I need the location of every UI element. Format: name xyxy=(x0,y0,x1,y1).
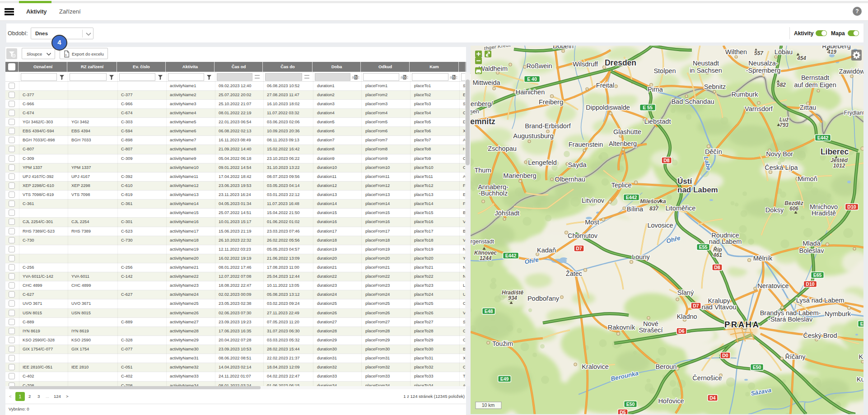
svg-text:Mimoň: Mimoň xyxy=(798,175,817,182)
svg-text:Litoměřice: Litoměřice xyxy=(666,205,696,212)
svg-text:D6: D6 xyxy=(678,328,685,334)
svg-text:Lysá nad Labem: Lysá nad Labem xyxy=(796,297,845,304)
svg-text:Bad Schandau: Bad Schandau xyxy=(671,98,714,105)
svg-text:934: 934 xyxy=(508,295,517,301)
svg-text:D7: D7 xyxy=(576,246,582,251)
svg-text:b: b xyxy=(404,75,406,79)
svg-text:Louny: Louny xyxy=(632,253,650,261)
svg-text:nad Labem: nad Labem xyxy=(677,186,718,194)
svg-text:Kutná: Kutná xyxy=(857,376,863,383)
svg-text:Kralovice: Kralovice xyxy=(582,363,609,370)
svg-text:Augustusburg: Augustusburg xyxy=(513,132,553,140)
svg-text:Freital: Freital xyxy=(596,82,614,89)
svg-text:E 40: E 40 xyxy=(527,76,537,82)
svg-text:PRAHA: PRAHA xyxy=(724,320,760,329)
svg-text:Liberec: Liberec xyxy=(821,147,849,156)
svg-text:Mělník: Mělník xyxy=(753,255,773,262)
svg-text:419: 419 xyxy=(827,49,836,55)
svg-text:Kolín: Kolín xyxy=(859,353,863,360)
svg-text:Nymburk: Nymburk xyxy=(825,310,851,317)
svg-text:Döbeln: Döbeln xyxy=(553,46,574,50)
svg-text:Doksy: Doksy xyxy=(765,206,784,214)
svg-text:c: c xyxy=(456,75,458,79)
svg-text:Neustadt: Neustadt xyxy=(693,60,719,67)
svg-text:Toužim: Toužim xyxy=(492,340,513,347)
svg-text:E 55: E 55 xyxy=(643,105,653,110)
svg-text:Mittweida: Mittweida xyxy=(472,79,500,86)
svg-text:Wilsdruff: Wilsdruff xyxy=(573,61,598,68)
svg-text:Bernstadt: Bernstadt xyxy=(801,74,829,81)
svg-text:Wilthen: Wilthen xyxy=(725,48,747,56)
svg-text:Waldheim: Waldheim xyxy=(479,65,508,72)
svg-text:Litvínov: Litvínov xyxy=(582,197,605,204)
svg-text:E49: E49 xyxy=(500,376,509,382)
svg-text:a: a xyxy=(450,75,452,79)
svg-text:Zawidów: Zawidów xyxy=(839,68,863,75)
svg-text:Strašecí: Strašecí xyxy=(639,326,663,334)
svg-text:Lengefeld: Lengefeld xyxy=(528,159,557,166)
svg-text:Dresden: Dresden xyxy=(605,58,636,67)
svg-text:Frankenberg/: Frankenberg/ xyxy=(471,100,493,107)
svg-text:-Spremberg: -Spremberg xyxy=(746,67,781,74)
svg-text:557: 557 xyxy=(754,50,764,56)
svg-text:Glashütte: Glashütte xyxy=(613,128,641,135)
svg-text:Bílina: Bílina xyxy=(627,205,644,213)
svg-text:Brand-Erbisdorf: Brand-Erbisdorf xyxy=(525,122,571,130)
svg-text:1244: 1244 xyxy=(480,255,492,261)
svg-text:Neratovice: Neratovice xyxy=(757,282,789,289)
svg-text:nad Vltavou: nad Vltavou xyxy=(702,303,737,311)
svg-text:x: x xyxy=(65,53,67,57)
svg-text:E48: E48 xyxy=(860,321,863,326)
svg-text:b: b xyxy=(355,75,357,79)
svg-text:Sebnitz: Sebnitz xyxy=(704,83,726,90)
svg-text:1012: 1012 xyxy=(833,163,845,169)
svg-text:Pirna: Pirna xyxy=(648,86,663,93)
svg-text:D4: D4 xyxy=(709,395,716,401)
svg-text:D8: D8 xyxy=(663,158,670,163)
svg-text:E50: E50 xyxy=(626,401,635,407)
svg-text:Žatec: Žatec xyxy=(566,270,582,277)
svg-text:Chomutov: Chomutov xyxy=(568,232,598,239)
svg-text:Roßwein: Roßwein xyxy=(526,62,552,70)
svg-text:Altenberg: Altenberg xyxy=(609,140,637,147)
svg-text:Most: Most xyxy=(585,219,599,226)
svg-text:D5: D5 xyxy=(620,410,626,414)
svg-text:Podbořany: Podbořany xyxy=(527,295,560,302)
svg-text:Jöhstadt: Jöhstadt xyxy=(495,210,520,217)
svg-text:E442: E442 xyxy=(817,135,829,140)
svg-text:auf dem Eigen: auf dem Eigen xyxy=(794,81,836,89)
svg-text:c: c xyxy=(358,75,360,79)
svg-text:D8: D8 xyxy=(714,265,720,270)
svg-text:Ústí: Ústí xyxy=(677,177,692,186)
svg-text:606: 606 xyxy=(789,205,798,212)
svg-text:582: 582 xyxy=(777,82,786,88)
svg-text:Zschopau: Zschopau xyxy=(488,145,517,152)
svg-text:Česká Lípa: Česká Lípa xyxy=(765,164,798,171)
svg-text:Liebstadt: Liebstadt xyxy=(644,118,671,125)
svg-text:10 km: 10 km xyxy=(482,402,495,408)
svg-text:Slaný: Slaný xyxy=(677,289,694,296)
svg-text:Kadaň: Kadaň xyxy=(537,247,556,254)
svg-text:Frýdlant: Frýdlant xyxy=(844,110,863,116)
svg-text:Freiberg: Freiberg xyxy=(539,98,563,106)
svg-text:793: 793 xyxy=(779,122,789,128)
svg-text:D10: D10 xyxy=(847,204,856,210)
svg-text:461: 461 xyxy=(713,252,722,258)
svg-text:E442: E442 xyxy=(626,195,637,200)
svg-text:D10: D10 xyxy=(806,281,814,287)
svg-text:in Sachsen: in Sachsen xyxy=(690,67,722,74)
svg-text:Černošice: Černošice xyxy=(692,374,722,382)
svg-text:Sayda: Sayda xyxy=(568,161,587,168)
svg-text:Neusalza-: Neusalza- xyxy=(748,60,778,67)
svg-text:-Buchholz: -Buchholz xyxy=(479,190,508,197)
svg-text:Lovosice: Lovosice xyxy=(647,222,673,229)
svg-text:Rakovník: Rakovník xyxy=(608,324,635,331)
svg-text:Marienberg: Marienberg xyxy=(503,172,536,179)
svg-text:Mladá: Mladá xyxy=(803,240,821,247)
svg-text:Český Brod: Český Brod xyxy=(803,332,837,339)
svg-text:E65: E65 xyxy=(813,272,822,278)
svg-text:Stolpen: Stolpen xyxy=(653,67,676,75)
svg-text:454: 454 xyxy=(797,55,806,61)
svg-text:E55: E55 xyxy=(699,244,708,250)
svg-text:Nový Bor: Nový Bor xyxy=(766,150,793,158)
